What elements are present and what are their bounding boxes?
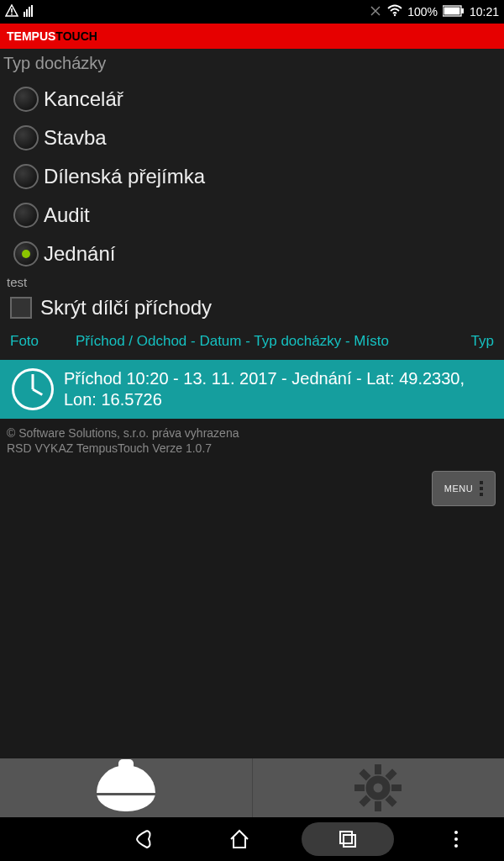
svg-rect-9 [461,8,464,13]
svg-rect-11 [375,764,381,774]
svg-rect-3 [26,9,28,17]
bottom-tabs [0,758,504,817]
th-foto: Foto [10,333,76,350]
radio-kancelar[interactable]: Kancelář [3,80,501,119]
section-label: Typ docházky [3,54,501,73]
tab-settings[interactable] [253,758,505,817]
status-bar: 100% 10:21 [0,0,504,24]
tab-worker[interactable] [0,758,253,817]
svg-rect-2 [24,12,25,17]
svg-rect-13 [354,784,365,791]
svg-rect-19 [340,832,352,843]
radio-jednani[interactable]: Jednání [3,235,501,273]
radio-icon [13,164,39,189]
radio-icon-selected [13,241,39,267]
th-main: Příchod / Odchod - Datum - Typ docházky … [76,333,455,350]
svg-point-6 [394,13,396,15]
helmet-icon [97,765,155,811]
radio-audit[interactable]: Audit [3,196,501,235]
nav-recent[interactable] [302,822,394,856]
checkbox-label: Skrýt dílčí příchody [40,296,212,320]
svg-rect-20 [344,835,355,847]
status-left-icons [5,4,35,20]
attendance-entry[interactable]: Příchod 10:20 - 13. 11. 2017 - Jednání -… [0,360,504,419]
svg-rect-5 [31,5,33,17]
radio-label: Stavba [44,126,107,150]
radio-icon [13,87,39,112]
nav-home[interactable] [206,822,273,856]
radio-label: Jednání [44,242,115,266]
app-header: TEMPUSTOUCH [0,24,504,49]
vibrate-icon [369,4,382,20]
battery-text: 100% [407,5,438,18]
version: RSD VYKAZ TempusTouch Verze 1.0.7 [7,441,497,456]
bars-icon [24,5,35,19]
svg-rect-1 [11,13,13,15]
entry-text: Příchod 10:20 - 13. 11. 2017 - Jednání -… [64,368,497,410]
svg-point-10 [370,779,386,796]
checkbox-icon [10,297,32,319]
svg-rect-12 [375,801,381,811]
svg-rect-17 [360,769,371,780]
nav-back[interactable] [110,822,177,856]
svg-rect-8 [444,7,459,14]
footer-text: © Software Solutions, s.r.o. práva vyhra… [0,419,504,462]
svg-rect-4 [29,7,30,17]
nav-menu[interactable] [423,822,490,856]
warning-icon [5,4,18,20]
gear-icon [353,763,403,813]
svg-rect-18 [386,795,397,806]
status-right-icons: 100% 10:21 [369,4,499,20]
main-content: Typ docházky Kancelář Stavba Dílenská př… [0,49,504,360]
brand-part1: TEMPUS [7,29,55,43]
checkbox-skryt[interactable]: Skrýt dílčí příchody [3,291,501,325]
radio-stavba[interactable]: Stavba [3,119,501,157]
radio-dilenska[interactable]: Dílenská přejímka [3,157,501,196]
menu-button[interactable]: MENU [432,471,496,506]
brand-part2: TOUCH [55,29,97,43]
dots-icon [454,831,458,848]
radio-label: Audit [44,203,90,227]
clock-text: 10:21 [470,5,499,18]
radio-label: Kancelář [44,87,123,111]
radio-label: Dílenská přejímka [44,165,205,188]
wifi-icon [387,4,402,20]
table-header: Foto Příchod / Odchod - Datum - Typ doch… [3,325,501,358]
svg-rect-14 [391,784,402,791]
nav-bar [0,817,504,861]
svg-rect-15 [386,769,397,780]
battery-icon [443,5,465,19]
test-label: test [7,275,497,289]
menu-label: MENU [444,483,473,494]
copyright: © Software Solutions, s.r.o. práva vyhra… [7,425,497,441]
radio-icon [13,203,39,228]
svg-rect-16 [360,795,371,806]
svg-rect-0 [11,8,13,13]
th-typ: Typ [455,333,494,350]
menu-dots-icon [480,481,483,496]
radio-icon [13,125,39,151]
clock-icon [12,368,54,410]
